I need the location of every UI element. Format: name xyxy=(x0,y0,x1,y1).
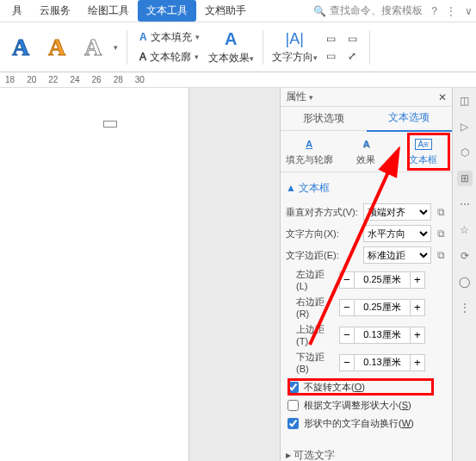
tab-cloud[interactable]: 云服务 xyxy=(31,0,79,22)
side-icon-3[interactable]: ⬡ xyxy=(457,145,473,160)
side-icon-7[interactable]: ⟳ xyxy=(457,248,473,264)
page xyxy=(0,88,189,461)
mode-effect[interactable]: A效果 xyxy=(337,131,394,171)
tab-tools-partial[interactable]: 具 xyxy=(3,0,31,22)
mb-label: 下边距(B) xyxy=(286,351,336,374)
text-direction-button[interactable]: |A| 文字方向▾ xyxy=(272,30,318,65)
expand-icon[interactable]: ⧉ xyxy=(435,206,447,218)
ribbon-icon-4[interactable]: ⤢ xyxy=(344,48,361,64)
tab-drawing-tools[interactable]: 绘图工具 xyxy=(79,0,138,22)
more-icon[interactable]: ⋮ xyxy=(446,5,456,17)
ruler: 18202224262830 xyxy=(0,72,476,88)
valign-select[interactable]: 顶端对齐 xyxy=(363,203,431,221)
mr-minus[interactable]: − xyxy=(339,299,355,316)
side-icon-2[interactable]: ▷ xyxy=(457,119,473,134)
ribbon-icon-2[interactable]: ▭ xyxy=(323,48,339,64)
wordart-more[interactable]: ▾ xyxy=(114,43,118,52)
close-icon[interactable]: ✕ xyxy=(438,91,447,103)
mr-plus[interactable]: + xyxy=(410,299,425,316)
ribbon-icon-1[interactable]: ▭ xyxy=(323,31,339,47)
search-box[interactable]: 🔍 查找命令、搜索模板 xyxy=(313,3,423,18)
section-alt-text[interactable]: ▸ 可选文字 xyxy=(286,445,447,461)
wordart-style-1[interactable]: A xyxy=(5,28,36,66)
ribbon-icon-3[interactable]: ▭ xyxy=(344,31,361,47)
resize-shape-checkbox[interactable] xyxy=(287,400,299,411)
search-icon: 🔍 xyxy=(313,5,326,17)
section-textbox[interactable]: ▲ 文本框 xyxy=(286,178,447,199)
mb-plus[interactable]: + xyxy=(410,354,425,371)
tab-shape-options[interactable]: 形状选项 xyxy=(281,106,367,131)
selection-handle[interactable] xyxy=(103,121,117,128)
mode-textbox[interactable]: A≡文本框 xyxy=(395,131,452,171)
mb-input[interactable] xyxy=(355,354,410,371)
document-canvas[interactable] xyxy=(0,88,280,461)
chevron-icon[interactable]: ∨ xyxy=(465,5,473,17)
text-outline-button[interactable]: A文本轮廓▾ xyxy=(136,48,203,66)
mr-input[interactable] xyxy=(355,299,410,316)
expand-icon[interactable]: ⧉ xyxy=(435,227,447,240)
side-icon-6[interactable]: ☆ xyxy=(457,222,473,238)
mt-minus[interactable]: − xyxy=(339,327,355,344)
mb-minus[interactable]: − xyxy=(339,354,355,371)
side-icon-4[interactable]: ⊞ xyxy=(457,171,473,186)
wordart-style-3[interactable]: A xyxy=(77,28,108,66)
mr-label: 右边距(R) xyxy=(286,296,336,319)
ml-minus[interactable]: − xyxy=(339,271,355,289)
tab-text-options[interactable]: 文本选项 xyxy=(367,105,453,132)
ml-plus[interactable]: + xyxy=(410,271,425,289)
no-rotate-checkbox-row[interactable]: 不旋转文本(O) xyxy=(286,378,447,396)
ml-input[interactable] xyxy=(355,271,410,289)
tdir-label: 文字方向(X): xyxy=(286,227,360,240)
ml-label: 左边距(L) xyxy=(286,268,336,291)
wordart-style-2[interactable]: A xyxy=(41,28,72,66)
text-fill-button[interactable]: A文本填充▾ xyxy=(136,28,203,47)
no-rotate-checkbox[interactable] xyxy=(287,382,299,393)
search-placeholder: 查找命令、搜索模板 xyxy=(330,3,423,18)
margin-select[interactable]: 标准边距 xyxy=(363,246,431,264)
tab-text-tools[interactable]: 文本工具 xyxy=(138,0,196,22)
side-icon-8[interactable]: ◯ xyxy=(457,274,473,290)
help-icon[interactable]: ? xyxy=(431,5,437,17)
valign-label: 垂直对齐方式(V): xyxy=(286,206,360,219)
wrap-checkbox[interactable] xyxy=(287,418,299,429)
panel-title: 属性 ▾ xyxy=(286,90,313,104)
text-effect-button[interactable]: A 文本效果▾ xyxy=(208,29,254,65)
mode-fill-outline[interactable]: A填充与轮廓 xyxy=(281,131,337,171)
mt-label: 上边距(T) xyxy=(286,323,336,346)
side-icon-1[interactable]: ◫ xyxy=(457,93,473,109)
mt-input[interactable] xyxy=(355,327,410,344)
resize-shape-checkbox-row[interactable]: 根据文字调整形状大小(S) xyxy=(286,396,447,414)
wrap-checkbox-row[interactable]: 形状中的文字自动换行(W) xyxy=(286,414,447,433)
side-icon-9[interactable]: ⋮ xyxy=(457,300,473,315)
side-icon-5[interactable]: ⋯ xyxy=(457,196,473,212)
margin-label: 文字边距(E): xyxy=(286,249,360,262)
tab-doc-helper[interactable]: 文档助手 xyxy=(196,0,255,22)
tdir-select[interactable]: 水平方向 xyxy=(363,225,431,242)
expand-icon[interactable]: ⧉ xyxy=(435,249,447,261)
mt-plus[interactable]: + xyxy=(410,327,425,344)
